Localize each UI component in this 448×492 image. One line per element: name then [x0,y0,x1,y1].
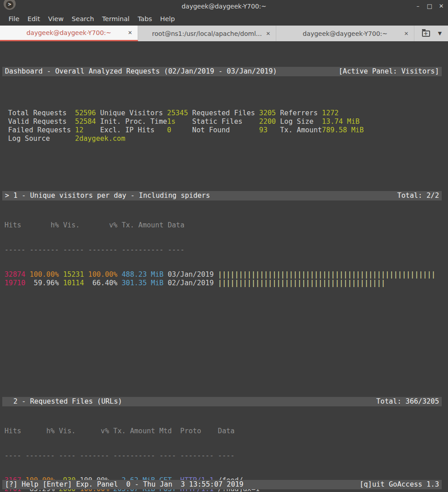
close-button[interactable]: ✕ [438,3,444,9]
summary-value: 0 [167,126,192,135]
panel-header-bar: > 1 - Unique visitors per day - Includin… [2,191,442,200]
goaccess-footer-bar: [?] Help [Enter] Exp. Panel 0 - Thu Jan … [2,480,442,489]
cell-hits: 19710 [4,279,26,287]
window-title: daygeek@daygeek-Y700:~ [182,3,266,10]
col-header-hpct: h% [30,221,59,230]
summary-value: 1s [167,118,192,126]
cell-bars: |||||||||||||||||||||||||||||||||||||||| [218,279,442,287]
tab-close-icon[interactable]: ✕ [404,30,409,37]
summary-label: Tx. Amount [280,126,322,135]
menu-file[interactable]: File [4,13,23,24]
col-header-data: Data [168,221,214,230]
tab-close-icon[interactable]: ✕ [128,30,132,36]
summary-value [322,135,442,143]
tab-2[interactable]: root@ns1:/usr/local/apache/doml... ✕ [138,26,276,41]
overall-summary: Total Requests52596Unique Visitors25345R… [2,109,442,143]
minimize-button[interactable]: – [415,3,421,9]
table-body: 32874100.00%15231100.00%488.23MiB03/Jan/… [2,270,442,287]
table-row[interactable]: 1971059.96%1011466.40%301.35MiB02/Jan/20… [2,279,442,287]
summary-value: 2200 [259,118,280,126]
summary-label: Valid Requests [8,118,75,126]
summary-value: 12 [75,126,100,135]
menubar: File Edit View Search Terminal Tabs Help [0,12,448,26]
col-underline-mtd: ---- [159,452,176,460]
cell-txv: 301.35 [122,279,147,287]
panel-total: Total: 366/3205 [376,397,439,406]
summary-label: Static Files [192,118,259,126]
summary-label: Init. Proc. Time [100,118,167,126]
col-underline-vpct: ------- [88,246,117,254]
col-underline-hits: ---- [4,452,21,460]
menu-view[interactable]: View [44,13,67,24]
cell-vis: 15231 [63,270,84,279]
cell-unit: MiB [151,270,164,279]
summary-value [259,135,280,143]
terminal-window: > daygeek@daygeek-Y700:~ – □ ✕ File Edit… [0,0,448,492]
summary-label [192,135,259,143]
new-tab-icon[interactable]: + [422,30,430,37]
summary-value: 3205 [259,109,280,118]
tab-3[interactable]: daygeek@daygeek-Y700:~ ✕ [276,26,414,41]
tab-label: root@ns1:/usr/local/apache/doml... [152,30,262,37]
col-underline-hits: ----- [4,246,26,254]
cell-hpct: 100.00% [30,270,59,279]
dashboard-title: Dashboard - Overall Analyzed Requests (0… [5,67,277,76]
summary-value: 25345 [167,109,192,118]
titlebar: > daygeek@daygeek-Y700:~ – □ ✕ [0,0,448,12]
cell-vpct: 100.00% [88,270,117,279]
table-row[interactable]: 32874100.00%15231100.00%488.23MiB03/Jan/… [2,270,442,279]
summary-value: 1272 [322,109,442,118]
col-underline-tx: ---------- [113,452,155,460]
menu-search[interactable]: Search [68,13,98,24]
menu-edit[interactable]: Edit [23,13,44,24]
terminal-screen[interactable]: Dashboard - Overall Analyzed Requests (0… [0,41,448,492]
col-underline-hpct: ------- [30,246,59,254]
tab-label: daygeek@daygeek-Y700:~ [26,29,111,36]
col-underline-data: ---- [168,246,214,254]
col-header-tx: Tx. Amount [113,427,155,435]
col-header-hits: Hits [4,221,26,230]
col-underline-data: ---- [218,452,442,460]
tab-list-dropdown-icon[interactable]: ▼ [438,30,442,36]
tab-1-active[interactable]: daygeek@daygeek-Y700:~ ✕ [0,26,138,41]
panel-header-bar: 2 - Requested Files (URLs) Total: 366/32… [2,397,442,406]
col-underline-hpct: ------- [26,452,55,460]
maximize-button[interactable]: □ [426,3,433,9]
cell-hpct: 59.96% [30,279,59,287]
panel-title: > 1 - Unique visitors per day - Includin… [5,191,210,200]
col-header-vis: Vis. [63,221,84,230]
col-header-data: Data [218,427,442,435]
menu-tabs[interactable]: Tabs [134,13,156,24]
menu-terminal[interactable]: Terminal [98,13,134,24]
col-header-vis: Vis. [59,427,75,435]
col-underline-proto: -------- [180,452,214,460]
col-header-hits: Hits [4,427,21,435]
summary-label: Total Requests [8,109,75,118]
cell-vpct: 66.40% [88,279,117,287]
tab-label: daygeek@daygeek-Y700:~ [303,30,387,37]
summary-value: 52596 [75,109,100,118]
panel-title: 2 - Requested Files (URLs) [5,397,122,406]
col-underline-vis: ---- [59,452,75,460]
terminal-app-icon: > [4,0,16,10]
menu-help[interactable]: Help [156,13,179,24]
active-panel-indicator: [Active Panel: Visitors] [339,67,439,76]
panel-unique-visitors: > 1 - Unique visitors per day - Includin… [2,167,442,304]
cell-data: 03/Jan/2019 [168,270,214,279]
summary-label: Referrers [280,109,322,118]
goaccess-header-bar: Dashboard - Overall Analyzed Requests (0… [2,67,442,76]
cell-data: 02/Jan/2019 [168,279,214,287]
summary-label: Failed Requests [8,126,75,135]
panel-total: Total: 2/2 [397,191,439,200]
summary-label: Requested Files [192,109,259,118]
summary-value: 13.74 MiB [322,118,442,126]
column-underlines: ----------------------------------------… [2,452,442,460]
col-header-tx: Tx. Amount [122,221,163,230]
panel-requested-files: 2 - Requested Files (URLs) Total: 366/32… [2,328,442,492]
col-header-vpct: v% [88,221,117,230]
summary-label [280,135,322,143]
tab-close-icon[interactable]: ✕ [266,30,270,37]
tabbar: daygeek@daygeek-Y700:~ ✕ root@ns1:/usr/l… [0,26,448,41]
summary-value: 789.58 MiB [322,126,442,135]
cell-txv: 488.23 [122,270,147,279]
